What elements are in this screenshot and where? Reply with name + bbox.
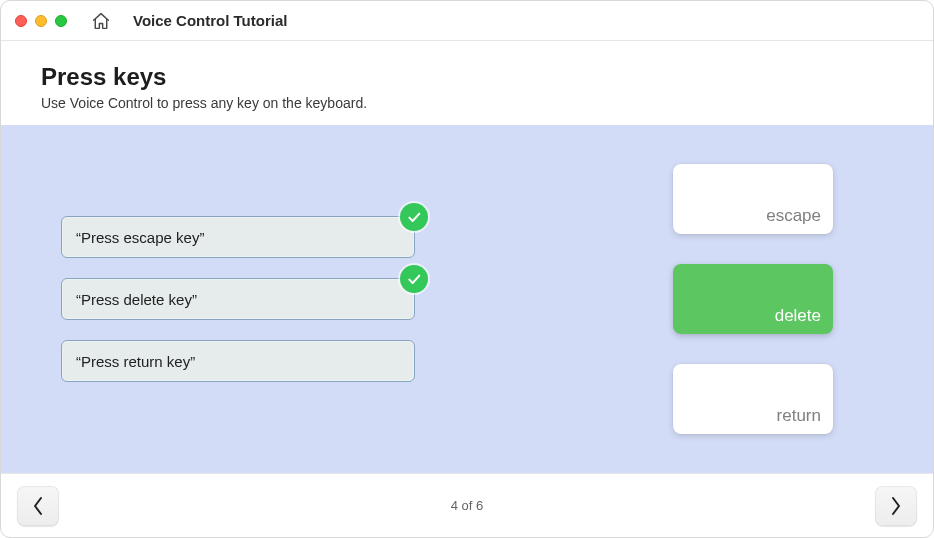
command-item[interactable]: “Press escape key” <box>61 216 415 258</box>
page-indicator: 4 of 6 <box>451 498 484 513</box>
key-label: escape <box>766 206 821 226</box>
key-label: delete <box>775 306 821 326</box>
command-text: “Press return key” <box>76 353 195 370</box>
command-item[interactable]: “Press delete key” <box>61 278 415 320</box>
page-title: Press keys <box>41 63 893 91</box>
close-window-button[interactable] <box>15 15 27 27</box>
prev-button[interactable] <box>17 486 59 526</box>
content-area: “Press escape key” “Press delete key” “P… <box>1 125 933 473</box>
titlebar: Voice Control Tutorial <box>1 1 933 41</box>
checkmark-icon <box>400 203 428 231</box>
command-text: “Press delete key” <box>76 291 197 308</box>
command-item[interactable]: “Press return key” <box>61 340 415 382</box>
key-return: return <box>673 364 833 434</box>
key-delete: delete <box>673 264 833 334</box>
home-icon[interactable] <box>91 12 111 30</box>
zoom-window-button[interactable] <box>55 15 67 27</box>
footer: 4 of 6 <box>1 473 933 537</box>
checkmark-icon <box>400 265 428 293</box>
key-label: return <box>777 406 821 426</box>
key-list: escape delete return <box>673 164 873 434</box>
window-controls <box>15 15 67 27</box>
page-subtitle: Use Voice Control to press any key on th… <box>41 95 893 111</box>
command-text: “Press escape key” <box>76 229 204 246</box>
key-escape: escape <box>673 164 833 234</box>
minimize-window-button[interactable] <box>35 15 47 27</box>
page-header: Press keys Use Voice Control to press an… <box>1 41 933 125</box>
next-button[interactable] <box>875 486 917 526</box>
command-list: “Press escape key” “Press delete key” “P… <box>61 216 415 382</box>
window-title: Voice Control Tutorial <box>133 12 287 29</box>
